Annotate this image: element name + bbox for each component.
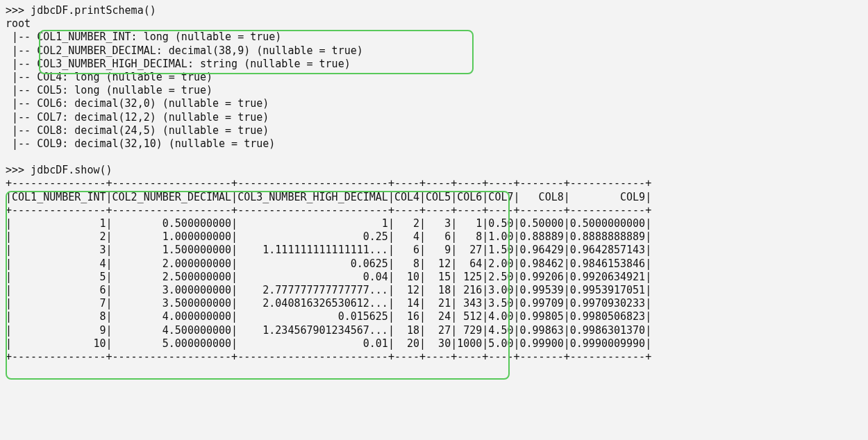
terminal-output: >>> jdbcDF.printSchema() root |-- COL1_N… [0,0,868,440]
table-row: | 1| 0.500000000| 1| 2| 3| 1|0.50|0.5000… [6,217,651,230]
schema-line: |-- COL8: decimal(24,5) (nullable = true… [6,124,269,137]
schema-line: |-- COL1_NUMBER_INT: long (nullable = tr… [6,31,281,43]
table-sep: +---------------+-------------------+---… [6,204,651,217]
table-header: |COL1_NUMBER_INT|COL2_NUMBER_DECIMAL|COL… [6,191,651,203]
cmd-print-schema: >>> jdbcDF.printSchema() [6,4,156,17]
table-row: | 7| 3.500000000| 2.040816326530612...| … [6,297,651,310]
schema-line: |-- COL2_NUMBER_DECIMAL: decimal(38,9) (… [6,44,363,57]
terminal-pre: >>> jdbcDF.printSchema() root |-- COL1_N… [0,0,868,373]
table-row: | 10| 5.000000000| 0.01| 20| 30|1000|5.0… [6,337,651,350]
table-row: | 5| 2.500000000| 0.04| 10| 15| 125|2.50… [6,271,651,283]
table-sep: +---------------+-------------------+---… [6,177,651,189]
table-row: | 9| 4.500000000| 1.234567901234567...| … [6,324,651,337]
schema-root: root [6,17,31,30]
schema-line: |-- COL9: decimal(32,10) (nullable = tru… [6,137,275,150]
table-row: | 3| 1.500000000| 1.111111111111111...| … [6,244,651,256]
table-sep: +---------------+-------------------+---… [6,350,651,363]
schema-line: |-- COL6: decimal(32,0) (nullable = true… [6,97,269,110]
table-row: | 6| 3.000000000| 2.777777777777777...| … [6,284,651,296]
schema-line: |-- COL5: long (nullable = true) [6,84,212,96]
table-row: | 8| 4.000000000| 0.015625| 16| 24| 512|… [6,310,651,323]
cmd-show: >>> jdbcDF.show() [6,164,112,176]
schema-line: |-- COL7: decimal(12,2) (nullable = true… [6,111,269,124]
schema-line: |-- COL3_NUMBER_HIGH_DECIMAL: string (nu… [6,58,351,70]
schema-line: |-- COL4: long (nullable = true) [6,71,212,83]
table-row: | 4| 2.000000000| 0.0625| 8| 12| 64|2.00… [6,257,651,270]
table-row: | 2| 1.000000000| 0.25| 4| 6| 8|1.00|0.8… [6,230,651,243]
